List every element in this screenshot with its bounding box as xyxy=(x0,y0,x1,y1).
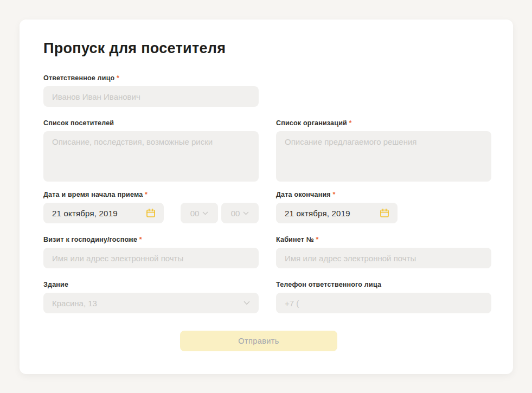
visit-to-input[interactable] xyxy=(43,248,259,268)
visitors-label-text: Список посетителей xyxy=(43,119,114,127)
cabinet-label-text: Кабинет № xyxy=(276,236,314,243)
end-label-text: Дата окончания xyxy=(276,191,331,198)
end-date-picker[interactable]: 21 октября, 2019 xyxy=(276,203,398,223)
organizations-label-text: Список организаций xyxy=(276,119,347,127)
organizations-label: Список организаций * xyxy=(276,119,491,127)
row-lists: Список посетителей Список организаций * xyxy=(43,119,491,182)
responsible-label: Ответственное лицо * xyxy=(43,74,259,82)
field-start-datetime: Дата и время начала приема * 21 октября,… xyxy=(43,190,259,223)
required-asterisk: * xyxy=(333,191,336,198)
visit-label: Визит к господину/госпоже * xyxy=(43,235,259,244)
row-visit: Визит к господину/госпоже * Кабинет № * xyxy=(43,235,491,268)
phone-label: Телефон ответственного лица xyxy=(276,280,491,289)
end-label: Дата окончания * xyxy=(276,190,491,199)
visit-label-text: Визит к господину/госпоже xyxy=(43,236,137,243)
end-date-value: 21 октября, 2019 xyxy=(285,209,350,218)
required-asterisk: * xyxy=(349,119,352,127)
field-phone: Телефон ответственного лица xyxy=(276,280,491,313)
field-cabinet: Кабинет № * xyxy=(276,235,491,268)
building-label-text: Здание xyxy=(43,281,68,288)
visitor-pass-card: Пропуск для посетителя Ответственное лиц… xyxy=(20,20,513,374)
building-select[interactable]: Красина, 13 xyxy=(43,293,259,313)
chevron-down-icon xyxy=(243,301,250,305)
field-responsible: Ответственное лицо * xyxy=(43,74,259,107)
field-end-date: Дата окончания * 21 октября, 2019 xyxy=(276,190,491,223)
start-date-picker[interactable]: 21 октября, 2019 xyxy=(43,203,164,223)
required-asterisk: * xyxy=(117,74,119,82)
field-visitors: Список посетителей xyxy=(43,119,259,182)
required-asterisk: * xyxy=(316,236,319,243)
building-label: Здание xyxy=(43,280,259,289)
field-organizations: Список организаций * xyxy=(276,119,491,182)
start-minute-select[interactable]: 00 xyxy=(221,203,259,223)
organizations-textarea[interactable] xyxy=(276,131,491,182)
responsible-label-text: Ответственное лицо xyxy=(43,74,114,82)
required-asterisk: * xyxy=(145,191,148,198)
field-visit-to: Визит к господину/госпоже * xyxy=(43,235,259,268)
calendar-icon xyxy=(145,208,156,218)
phone-label-text: Телефон ответственного лица xyxy=(276,281,381,288)
start-minute-value: 00 xyxy=(231,209,240,218)
start-date-value: 21 октября, 2019 xyxy=(52,209,118,218)
start-hour-value: 00 xyxy=(190,209,200,218)
visitors-textarea[interactable] xyxy=(43,131,259,182)
row-building-phone: Здание Красина, 13 Телефон ответственног… xyxy=(43,280,491,313)
phone-input[interactable] xyxy=(276,293,491,313)
row-responsible: Ответственное лицо * xyxy=(43,74,491,107)
submit-button[interactable]: Отправить xyxy=(180,331,337,351)
row-dates: Дата и время начала приема * 21 октября,… xyxy=(43,190,491,223)
page-title: Пропуск для посетителя xyxy=(43,40,491,56)
field-building: Здание Красина, 13 xyxy=(43,280,259,313)
chevron-down-icon xyxy=(243,211,249,215)
start-hour-select[interactable]: 00 xyxy=(181,203,218,223)
cabinet-label: Кабинет № * xyxy=(276,235,491,244)
visitors-label: Список посетителей xyxy=(43,119,259,127)
building-value: Красина, 13 xyxy=(52,299,97,308)
responsible-input[interactable] xyxy=(43,86,259,107)
start-label: Дата и время начала приема * xyxy=(43,190,259,199)
cabinet-input[interactable] xyxy=(276,248,491,268)
start-label-text: Дата и время начала приема xyxy=(43,191,143,198)
submit-row: Отправить xyxy=(43,331,491,351)
chevron-down-icon xyxy=(202,211,208,215)
required-asterisk: * xyxy=(139,236,142,243)
calendar-icon xyxy=(379,208,390,218)
